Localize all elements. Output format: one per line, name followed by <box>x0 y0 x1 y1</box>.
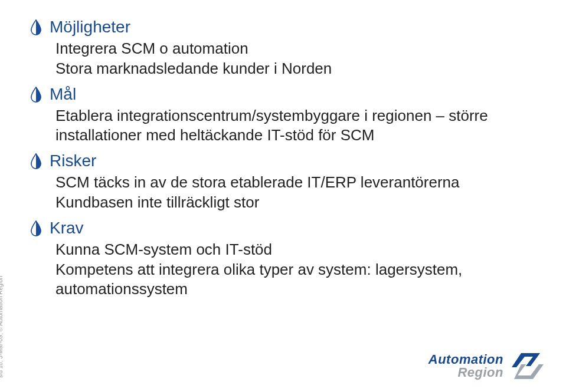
logo-line2: Region <box>428 366 503 379</box>
section-krav: Krav Kunna SCM-system och IT-stöd Kompet… <box>30 219 536 299</box>
svg-marker-0 <box>514 364 544 379</box>
logo-text: Automation Region <box>428 353 503 379</box>
drop-bullet-icon <box>30 153 42 169</box>
drop-bullet-icon <box>30 220 42 236</box>
heading-mojligheter: Möjligheter <box>50 18 130 37</box>
body-line: Kunna SCM-system och IT-stöd <box>55 240 536 260</box>
section-header: Krav <box>30 219 536 238</box>
heading-mal: Mål <box>50 85 76 104</box>
body-line: Stora marknadsledande kunder i Norden <box>55 59 536 79</box>
logo-mark-icon <box>509 350 548 383</box>
logo-line1: Automation <box>428 353 503 366</box>
drop-bullet-icon <box>30 86 42 103</box>
heading-risker: Risker <box>50 151 96 170</box>
section-mojligheter: Möjligheter Integrera SCM o automation S… <box>30 18 536 79</box>
section-header: Risker <box>30 151 536 170</box>
slide-content: Möjligheter Integrera SCM o automation S… <box>0 0 566 299</box>
section-mal: Mål Etablera integrationscentrum/systemb… <box>30 85 536 146</box>
body-line: Kompetens att integrera olika typer av s… <box>55 260 536 300</box>
section-risker: Risker SCM täcks in av de stora etablera… <box>30 151 536 213</box>
section-header: Möjligheter <box>30 18 536 37</box>
drop-bullet-icon <box>30 19 42 35</box>
heading-krav: Krav <box>50 219 84 238</box>
body-line: Integrera SCM o automation <box>55 39 536 59</box>
body-line: Kundbasen inte tillräckligt stor <box>55 193 536 213</box>
body-line: SCM täcks in av de stora etablerade IT/E… <box>55 173 536 193</box>
side-credit: sid 18, 3-Mar-09, © Automation Region <box>0 276 4 378</box>
section-header: Mål <box>30 85 536 104</box>
automation-region-logo: Automation Region <box>428 350 548 383</box>
svg-marker-1 <box>512 353 540 367</box>
slide-footer: sid 18, 3-Mar-09, © Automation Region Au… <box>0 339 566 392</box>
body-line: Etablera integrationscentrum/systembygga… <box>55 106 536 146</box>
